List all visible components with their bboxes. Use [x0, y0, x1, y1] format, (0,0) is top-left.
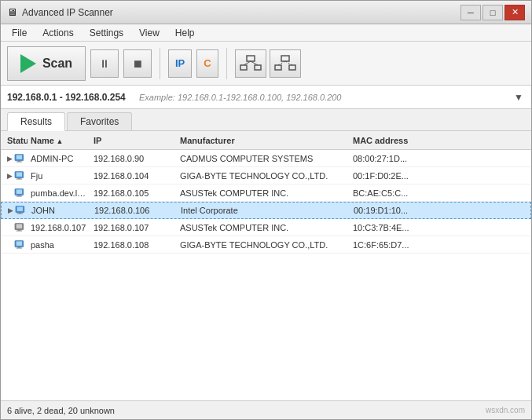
play-icon	[20, 54, 36, 73]
svg-rect-16	[18, 177, 21, 178]
title-buttons: ─ □ ✕	[460, 5, 525, 20]
expand-arrow-icon[interactable]: ▶	[7, 173, 13, 179]
row-mac: BC:AE:C5:C...	[350, 188, 460, 198]
menu-file[interactable]: File	[4, 26, 35, 40]
row-manufacturer: ASUSTek COMPUTER INC.	[177, 223, 350, 232]
network-buttons	[235, 49, 301, 78]
row-ip: 192.168.0.104	[90, 171, 177, 181]
row-expand[interactable]: ▶	[4, 170, 28, 181]
svg-rect-2	[255, 65, 261, 70]
svg-rect-15	[17, 172, 22, 176]
table-row[interactable]: ▶ pasha 192.168.0.108 GIGA-BYTE TECHNOLO…	[1, 236, 531, 254]
svg-rect-33	[17, 247, 22, 248]
menu-actions[interactable]: Actions	[35, 26, 81, 40]
c-label: C	[204, 57, 211, 69]
tab-results[interactable]: Results	[7, 112, 65, 131]
row-manufacturer: GIGA-BYTE TECHNOLOGY CO.,LTD.	[177, 240, 350, 250]
maximize-button[interactable]: □	[482, 5, 503, 20]
row-name: ADMIN-PC	[28, 154, 90, 163]
table-row[interactable]: ▶ pumba.dev.local 192.168.0.105 ASUSTek …	[1, 184, 531, 202]
computer-icon	[15, 205, 25, 216]
table-row[interactable]: ▶ Fju 192.168.0.104 GIGA-BYTE TECHNOLOGY…	[1, 167, 531, 184]
table-row[interactable]: ▶ 192.168.0.107 192.168.0.107 ASUSTek CO…	[1, 219, 531, 236]
ip-button[interactable]: IP	[168, 49, 192, 78]
row-name: 192.168.0.107	[28, 223, 90, 232]
minimize-button[interactable]: ─	[460, 5, 481, 20]
c-button[interactable]: C	[196, 49, 218, 78]
svg-rect-28	[18, 229, 21, 230]
col-ip: IP	[90, 136, 177, 145]
row-expand[interactable]: ▶	[5, 205, 28, 216]
tab-favorites[interactable]: Favorites	[67, 112, 132, 130]
row-expand[interactable]: ▶	[4, 222, 28, 233]
row-mac: 08:00:27:1D...	[350, 154, 460, 163]
svg-rect-12	[18, 160, 21, 161]
address-dropdown-icon[interactable]: ▼	[512, 92, 525, 103]
row-manufacturer: GIGA-BYTE TECHNOLOGY CO.,LTD.	[177, 171, 350, 181]
col-manufacturer: Manufacturer	[177, 136, 350, 145]
computer-icon	[14, 222, 24, 233]
svg-rect-27	[17, 224, 22, 228]
window-title: Advanced IP Scanner	[22, 7, 113, 18]
row-name: Fju	[28, 171, 90, 181]
row-mac: 10:C3:7B:4E...	[350, 223, 460, 232]
row-manufacturer: ASUSTek COMPUTER INC.	[177, 188, 350, 198]
menu-view[interactable]: View	[131, 26, 167, 40]
svg-rect-11	[17, 155, 22, 159]
svg-rect-1	[240, 65, 247, 70]
menu-settings[interactable]: Settings	[82, 26, 131, 40]
close-button[interactable]: ✕	[504, 5, 525, 20]
row-ip: 192.168.0.105	[90, 188, 177, 198]
row-expand[interactable]: ▶	[4, 153, 28, 164]
scan-label: Scan	[42, 57, 72, 71]
pause-icon: ⏸	[99, 57, 110, 70]
tabs-bar: Results Favorites	[1, 109, 531, 131]
svg-rect-23	[17, 206, 23, 210]
address-example: Example: 192.168.0.1-192.168.0.100, 192.…	[139, 93, 506, 102]
menu-help[interactable]: Help	[167, 26, 203, 40]
svg-rect-7	[289, 65, 295, 70]
address-bar: 192.168.0.1 - 192.168.0.254 Example: 192…	[1, 86, 531, 109]
expand-arrow-icon[interactable]: ▶	[7, 155, 13, 162]
network-btn-2[interactable]	[270, 49, 301, 78]
row-name: JOHN	[28, 206, 91, 215]
svg-rect-24	[19, 213, 22, 214]
ip-range-input[interactable]: 192.168.0.1 - 192.168.0.254	[7, 92, 133, 103]
row-mac: 00:1F:D0:2E...	[350, 171, 460, 181]
results-area: Status Name IP Manufacturer MAC address …	[1, 131, 531, 400]
svg-rect-31	[17, 241, 22, 245]
network-btn-1[interactable]	[235, 49, 266, 78]
row-expand[interactable]: ▶	[4, 188, 28, 199]
col-mac: MAC address	[350, 136, 460, 145]
computer-icon	[14, 188, 24, 199]
watermark: wsxdn.com	[486, 406, 525, 415]
col-name[interactable]: Name	[28, 136, 90, 145]
row-ip: 192.168.0.106	[91, 206, 178, 215]
svg-rect-21	[17, 195, 22, 196]
svg-rect-0	[247, 56, 255, 61]
row-name: pasha	[28, 240, 90, 250]
table-row[interactable]: ▶ JOHN 192.168.0.106 Intel Corporate 00:…	[1, 202, 531, 219]
network-icon-1	[240, 54, 262, 73]
row-ip: 192.168.0.107	[90, 223, 177, 232]
svg-rect-5	[281, 56, 289, 61]
computer-icon	[14, 170, 24, 181]
svg-rect-29	[17, 230, 22, 231]
computer-icon	[14, 239, 24, 250]
row-manufacturer: CADMUS COMPUTER SYSTEMS	[177, 154, 350, 163]
table-row[interactable]: ▶ ADMIN-PC 192.168.0.90 CADMUS COMPUTER …	[1, 150, 531, 167]
row-manufacturer: Intel Corporate	[178, 206, 350, 215]
toolbar: Scan ⏸ ⏹ IP C	[1, 42, 531, 86]
pause-button[interactable]: ⏸	[90, 49, 119, 78]
row-expand[interactable]: ▶	[4, 239, 28, 250]
stop-button[interactable]: ⏹	[123, 49, 152, 78]
row-ip: 192.168.0.90	[90, 154, 177, 163]
scan-button[interactable]: Scan	[7, 46, 86, 81]
toolbar-separator-1	[160, 48, 160, 79]
svg-rect-13	[17, 161, 22, 162]
row-name: pumba.dev.local	[28, 188, 90, 198]
table-body: ▶ ADMIN-PC 192.168.0.90 CADMUS COMPUTER …	[1, 150, 531, 400]
status-text: 6 alive, 2 dead, 20 unknown	[7, 406, 115, 415]
expand-arrow-icon[interactable]: ▶	[8, 207, 13, 214]
row-mac: 1C:6F:65:D7...	[350, 240, 460, 250]
